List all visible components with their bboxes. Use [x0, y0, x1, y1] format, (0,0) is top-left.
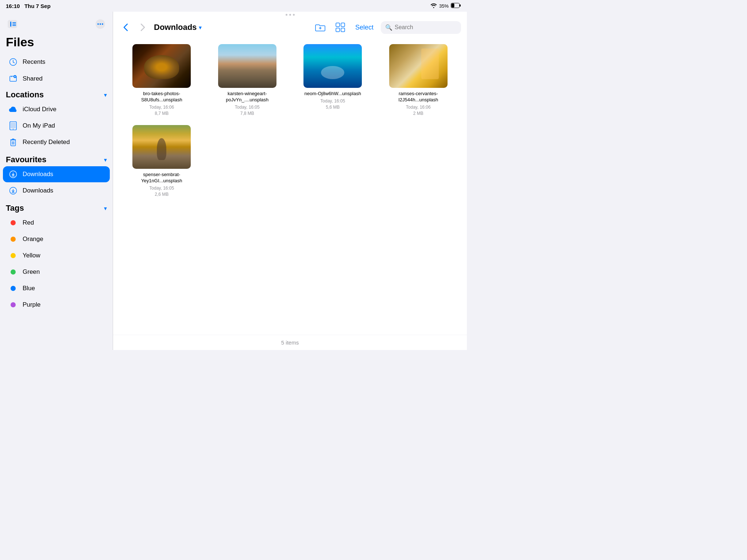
svg-point-10 [100, 23, 101, 25]
drag-handle [113, 12, 467, 18]
file-thumbnail-1 [218, 44, 276, 88]
file-date-3: Today, 16:06 [406, 105, 431, 110]
file-thumbnail-2 [303, 44, 362, 88]
onipad-label: On My iPad [23, 122, 55, 129]
forward-button[interactable] [136, 21, 150, 34]
file-date-1: Today, 16:05 [235, 105, 260, 110]
sidebar-item-tag-yellow[interactable]: Yellow [3, 248, 110, 264]
tag-yellow-label: Yellow [23, 252, 40, 259]
file-photo-1 [218, 44, 276, 88]
content-footer: 5 items [113, 335, 467, 350]
file-item-3[interactable]: ramses-cervantes-I2J544h...unsplash Toda… [379, 44, 458, 116]
toolbar: Downloads ▾ Selec [113, 18, 467, 38]
file-size-2: 5,6 MB [326, 105, 340, 110]
file-name-2: neom-Oj8w6hW...unsplash [305, 91, 361, 97]
download-second-icon [9, 186, 18, 195]
icloud-icon [9, 105, 18, 114]
svg-rect-21 [336, 23, 340, 27]
file-item-0[interactable]: bro-takes-photos-S8U8ufs...unsplash Toda… [122, 44, 202, 116]
tag-purple-label: Purple [23, 301, 40, 308]
wifi-icon [430, 3, 437, 9]
svg-rect-1 [452, 3, 454, 7]
drag-dots [286, 14, 295, 16]
sidebar-item-tag-purple[interactable]: Purple [3, 297, 110, 313]
battery-icon [451, 3, 461, 9]
sidebar-item-recents[interactable]: Recents [3, 54, 110, 70]
blue-tag-dot [9, 284, 18, 293]
tags-chevron-icon: ▾ [104, 205, 107, 212]
tags-section-label: Tags [6, 203, 24, 213]
search-input[interactable] [395, 24, 457, 31]
main-content: Downloads ▾ Selec [113, 12, 467, 350]
file-size-0: 8,7 MB [155, 111, 169, 116]
purple-tag-dot [9, 300, 18, 309]
file-photo-2 [303, 44, 362, 88]
search-bar[interactable]: 🔍 [381, 21, 461, 34]
sidebar-item-tag-blue[interactable]: Blue [3, 280, 110, 296]
file-meta-4: Today, 16:05 2,6 MB [149, 185, 174, 198]
items-count: 5 items [281, 339, 299, 346]
file-grid: bro-takes-photos-S8U8ufs...unsplash Toda… [113, 38, 467, 335]
status-time: 16:10 Thu 7 Sep [6, 3, 51, 9]
select-button[interactable]: Select [352, 22, 376, 33]
svg-rect-6 [12, 24, 16, 24]
file-name-4: spenser-sembrat-Yey1nGI...unsplash [132, 172, 191, 184]
green-tag-dot [9, 268, 18, 276]
download-active-icon [9, 170, 18, 179]
file-item-1[interactable]: karsten-winegeart-poJvYn_....unsplash To… [208, 44, 287, 116]
svg-rect-22 [341, 23, 345, 27]
battery-display: 35% [439, 3, 449, 9]
tags-header[interactable]: Tags ▾ [0, 201, 113, 214]
shared-label: Shared [23, 75, 43, 82]
sidebar-item-downloads-active[interactable]: Downloads [3, 166, 110, 182]
file-name-3: ramses-cervantes-I2J544h...unsplash [389, 91, 448, 103]
sidebar-item-tag-red[interactable]: Red [3, 215, 110, 231]
file-item-4[interactable]: spenser-sembrat-Yey1nGI...unsplash Today… [122, 125, 202, 197]
sidebar-item-shared[interactable]: Shared [3, 71, 110, 87]
drag-dot-3 [293, 14, 295, 16]
file-meta-2: Today, 16:05 5,6 MB [320, 98, 345, 110]
time-display: 16:10 [6, 3, 20, 9]
file-photo-0 [132, 44, 191, 88]
svg-point-11 [102, 23, 103, 25]
file-size-4: 2,6 MB [155, 192, 169, 197]
file-photo-4 [132, 125, 191, 169]
sidebar-item-onipad[interactable]: On My iPad [3, 118, 110, 134]
drag-dot-1 [286, 14, 287, 16]
red-tag-dot [9, 218, 18, 227]
sidebar-item-tag-orange[interactable]: Orange [3, 231, 110, 247]
favourites-header[interactable]: Favourites ▾ [0, 152, 113, 166]
tags-section: Tags ▾ Red Orange Yellow [0, 201, 113, 313]
tag-blue-label: Blue [23, 285, 35, 292]
file-meta-1: Today, 16:05 7,8 MB [235, 104, 260, 117]
grid-view-button[interactable] [333, 21, 348, 34]
svg-rect-4 [10, 22, 11, 27]
tag-orange-label: Orange [23, 236, 43, 243]
locations-section: Locations ▾ iCloud Drive [0, 87, 113, 151]
search-icon: 🔍 [385, 24, 392, 31]
sidebar-toggle-button[interactable] [6, 18, 19, 31]
status-bar: 16:10 Thu 7 Sep 35% [0, 0, 467, 12]
file-thumbnail-4 [132, 125, 191, 169]
file-size-1: 7,8 MB [240, 111, 254, 116]
sidebar-item-tag-green[interactable]: Green [3, 264, 110, 280]
file-meta-0: Today, 16:06 8,7 MB [149, 104, 174, 117]
locations-header[interactable]: Locations ▾ [0, 87, 113, 101]
new-folder-button[interactable] [312, 21, 328, 34]
back-button[interactable] [119, 21, 132, 34]
orange-tag-dot [9, 235, 18, 244]
downloads-active-label: Downloads [23, 171, 53, 178]
sidebar-item-icloud[interactable]: iCloud Drive [3, 101, 110, 117]
sidebar-title: Files [0, 35, 113, 54]
app-container: Files Recents Shared [0, 12, 467, 350]
drag-dot-2 [289, 14, 291, 16]
tag-green-label: Green [23, 268, 40, 276]
sidebar-item-downloads-second[interactable]: Downloads [3, 183, 110, 199]
more-options-button[interactable] [94, 18, 107, 31]
file-item-2[interactable]: neom-Oj8w6hW...unsplash Today, 16:05 5,6… [293, 44, 373, 116]
file-date-2: Today, 16:05 [320, 98, 345, 104]
file-name-0: bro-takes-photos-S8U8ufs...unsplash [132, 91, 191, 103]
folder-title-button[interactable]: Downloads ▾ [154, 23, 202, 32]
sidebar-item-recently-deleted[interactable]: Recently Deleted [3, 134, 110, 150]
sidebar: Files Recents Shared [0, 12, 113, 350]
